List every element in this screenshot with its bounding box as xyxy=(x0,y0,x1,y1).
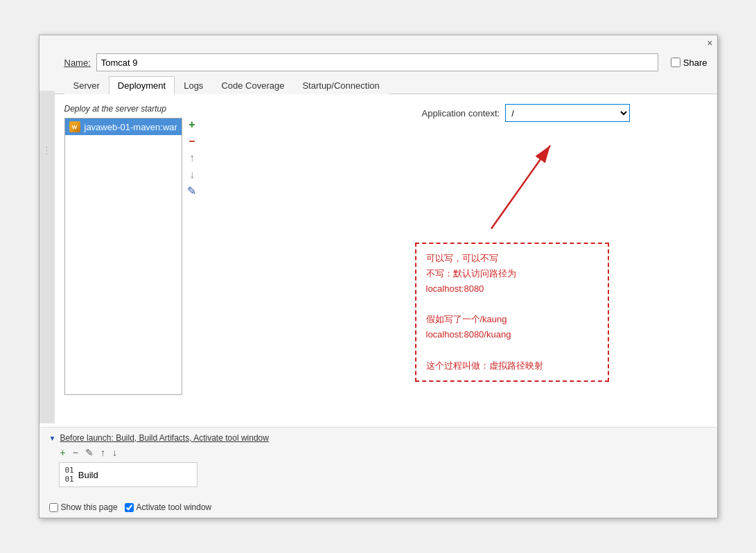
show-page-checkbox[interactable] xyxy=(49,503,58,512)
annotation-arrow xyxy=(450,132,588,236)
before-launch-toolbar: + − ✎ ↑ ↓ xyxy=(49,447,707,458)
before-launch-add-button[interactable]: + xyxy=(59,447,67,458)
app-context-select[interactable]: / xyxy=(505,104,630,122)
move-down-button[interactable]: ↓ xyxy=(185,168,199,182)
list-action-buttons: + − ↑ ↓ ✎ xyxy=(185,118,199,395)
build-label: Build xyxy=(78,470,98,480)
tab-startup-connection[interactable]: Startup/Connection xyxy=(293,76,388,94)
activate-tool-window-label: Activate tool window xyxy=(125,502,212,512)
deploy-item-label: javaweb-01-maven:war xyxy=(85,122,177,132)
before-launch-edit-button[interactable]: ✎ xyxy=(84,447,95,458)
sidebar-dots: ··· xyxy=(43,146,51,156)
annotation-line6: localhost:8080/kuang xyxy=(426,327,598,342)
before-launch-header: ▼ Before launch: Build, Build Artifacts,… xyxy=(49,433,707,443)
bottom-row: Show this page Activate tool window xyxy=(39,497,717,518)
annotation-box: 可以写，可以不写 不写：默认访问路径为 localhost:8080 假如写了一… xyxy=(415,243,609,382)
tabs-bar: Server Deployment Logs Code Coverage Sta… xyxy=(39,76,717,94)
main-content: Deploy at the server startup W javaweb-0… xyxy=(39,94,717,427)
move-up-button[interactable]: ↑ xyxy=(185,151,199,165)
annotation-line2: 不写：默认访问路径为 xyxy=(426,266,598,281)
before-launch-section: ▼ Before launch: Build, Build Artifacts,… xyxy=(39,427,717,497)
svg-line-1 xyxy=(491,146,550,229)
tab-logs[interactable]: Logs xyxy=(175,76,212,94)
before-launch-up-button[interactable]: ↑ xyxy=(99,447,107,458)
app-context-row: Application context: / xyxy=(422,104,707,122)
list-item[interactable]: W javaweb-01-maven:war xyxy=(65,119,182,135)
war-icon: W xyxy=(69,121,80,132)
deploy-list-wrapper: W javaweb-01-maven:war + − ↑ ↓ ✎ xyxy=(64,118,397,395)
annotation-line8: 这个过程叫做：虚拟路径映射 xyxy=(426,358,598,374)
close-button[interactable]: × xyxy=(707,38,712,48)
tab-code-coverage[interactable]: Code Coverage xyxy=(212,76,293,94)
before-launch-down-button[interactable]: ↓ xyxy=(111,447,118,458)
annotation-text: 可以写，可以不写 不写：默认访问路径为 localhost:8080 假如写了一… xyxy=(426,251,598,374)
app-context-label: Application context: xyxy=(422,108,500,119)
show-page-label: Show this page xyxy=(61,502,118,512)
deploy-label: Deploy at the server startup xyxy=(64,104,397,114)
annotation-line5: 假如写了一个/kaung xyxy=(426,312,598,327)
annotation-line3: localhost:8080 xyxy=(426,281,598,297)
activate-tool-window-checkbox[interactable] xyxy=(125,503,134,512)
name-row: Name: Share xyxy=(39,49,717,76)
tab-server[interactable]: Server xyxy=(64,76,109,94)
run-configuration-dialog: × ··· Name: Share Server Deployment Logs… xyxy=(39,35,718,518)
before-launch-remove-button[interactable]: − xyxy=(71,447,80,458)
show-page-checkbox-label: Show this page xyxy=(49,502,118,512)
share-area: Share xyxy=(671,58,707,68)
name-input[interactable] xyxy=(96,53,658,71)
edit-deployment-button[interactable]: ✎ xyxy=(185,184,199,198)
expand-icon[interactable]: ▼ xyxy=(49,434,56,442)
build-icon: 0101 xyxy=(65,466,74,484)
share-label: Share xyxy=(683,58,707,68)
add-deployment-button[interactable]: + xyxy=(185,118,199,132)
title-bar: × xyxy=(39,35,717,49)
annotation-line1: 可以写，可以不写 xyxy=(426,251,598,266)
arrow-container xyxy=(450,132,588,236)
before-launch-label: Before launch: Build, Build Artifacts, A… xyxy=(60,433,269,443)
share-checkbox[interactable] xyxy=(671,58,680,67)
sidebar-strip: ··· xyxy=(39,91,55,423)
build-row: 0101 Build xyxy=(59,462,197,487)
activate-label: Activate tool window xyxy=(137,502,212,512)
remove-deployment-button[interactable]: − xyxy=(185,134,199,148)
name-label: Name: xyxy=(64,58,91,68)
tab-deployment[interactable]: Deployment xyxy=(109,76,175,94)
deploy-list[interactable]: W javaweb-01-maven:war xyxy=(64,118,182,395)
right-panel: Application context: / xyxy=(408,104,707,417)
left-panel: Deploy at the server startup W javaweb-0… xyxy=(64,104,397,417)
